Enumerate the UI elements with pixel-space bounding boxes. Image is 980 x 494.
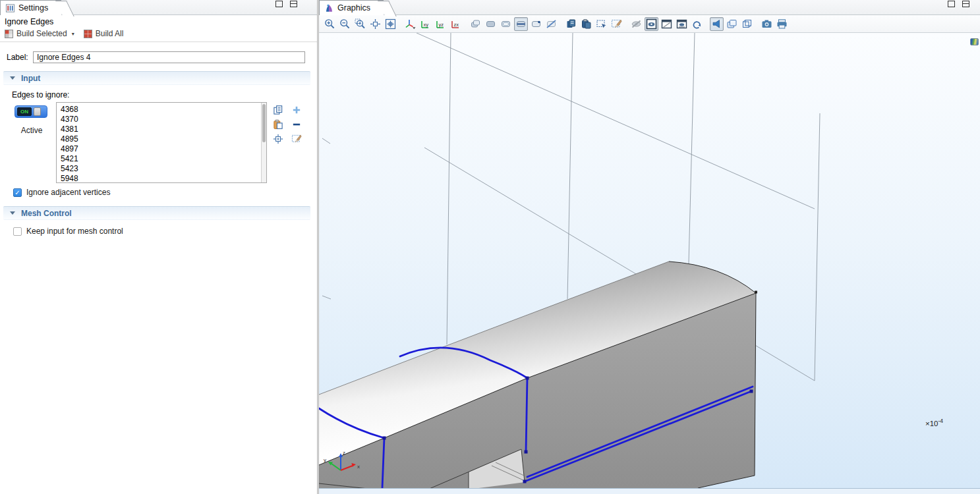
edge-number-item[interactable]: 5421 [61,154,261,164]
build-selected-button[interactable]: Build Selected ▾ [5,29,74,38]
reset-hiding-icon[interactable] [690,17,704,31]
build-all-button[interactable]: Build All [84,29,124,38]
select-boundary-icon[interactable] [499,17,513,31]
graphics-tabstrip: Graphics [319,0,980,15]
select-point-icon[interactable] [529,17,543,31]
ignore-adjacent-vertices-label: Ignore adjacent vertices [26,188,110,197]
select-domain-icon[interactable] [484,17,498,31]
deselect-icon[interactable] [544,17,558,31]
toolbar-group: xyyzzx [403,17,463,31]
maximize-window-button[interactable] [290,1,297,7]
graphics-viewport[interactable]: z y x ×10-4 [319,33,980,488]
section-header-mesh-control[interactable]: Mesh Control [3,206,310,219]
toolbar-group [629,17,704,31]
toolbar-group [564,17,623,31]
select-edge-icon[interactable] [514,17,528,31]
copy-list-button[interactable] [272,103,285,117]
divider-line [0,41,317,42]
settings-panel: Settings Ignore Edges Build Selected ▾ B… [0,0,317,494]
node-title: Ignore Edges [5,17,53,26]
edge-number-item[interactable]: 4368 [61,105,261,115]
zoom-extents-icon[interactable] [368,17,382,31]
zoom-to-fit-icon[interactable] [384,17,397,31]
3d-scene[interactable]: z y x [319,33,980,488]
edges-items: 43684370438148954897542154235948 [57,103,261,182]
float-window-button[interactable] [275,1,283,7]
print-icon[interactable] [775,17,789,31]
keep-input-mesh-control-checkbox[interactable] [13,227,22,236]
edge-number-item[interactable]: 4897 [61,144,261,154]
snapshot-icon[interactable] [760,17,774,31]
edge-number-item[interactable]: 5948 [61,174,261,182]
select-object-icon[interactable] [469,17,482,31]
graphics-panel: Graphics xyyzzx [319,0,980,494]
selection-list-buttons [272,103,306,147]
label-field-caption: Label: [7,53,33,62]
add-to-selection-button[interactable] [290,103,303,117]
active-toggle-label: Active [14,126,49,135]
edges-to-ignore-label: Edges to ignore: [12,90,69,99]
zoom-box-icon[interactable] [353,17,367,31]
show-objects-icon[interactable] [675,17,689,31]
ignore-adjacent-vertices-checkbox[interactable]: ✓ [13,188,22,197]
toolbar-group [760,17,789,31]
viewport-bottom-strip [319,488,980,494]
edge-number-item[interactable]: 5423 [61,164,261,174]
paste-list-button[interactable] [272,118,285,131]
build-all-icon [84,30,92,38]
clear-selection-button[interactable] [290,132,303,146]
svg-text:yz: yz [439,21,444,27]
axis-label-y: y [324,457,326,463]
corner-vertex-marker [755,291,757,294]
hide-objects-icon[interactable] [660,17,674,31]
svg-text:zx: zx [454,21,459,27]
toolbar-group [323,17,397,31]
collapse-triangle-icon[interactable] [10,76,15,80]
build-selected-label: Build Selected [16,29,67,38]
build-selected-caret-icon[interactable]: ▾ [72,31,74,37]
edge-number-item[interactable]: 4370 [61,115,261,124]
edges-list[interactable]: 43684370438148954897542154235948 [56,102,267,183]
edges-list-scrollbar-thumb[interactable] [262,104,266,142]
hide-entities-icon[interactable] [629,17,643,31]
section-header-input[interactable]: Input [3,71,310,84]
build-all-label: Build All [96,29,124,38]
active-toggle[interactable]: ON [14,105,47,118]
view-yz-plane-icon[interactable]: yz [434,17,447,31]
select-box-icon[interactable] [594,17,608,31]
tab-graphics[interactable]: Graphics [319,0,384,15]
label-input[interactable] [33,51,305,63]
graphics-tab-label: Graphics [337,3,370,13]
maximize-window-button[interactable] [962,1,969,7]
collapse-triangle-icon[interactable] [10,211,15,215]
edge-number-item[interactable]: 4895 [61,134,261,144]
axis-label-x: x [357,464,360,470]
zoom-to-selection-button[interactable] [272,132,285,146]
view-xy-plane-icon[interactable]: xy [418,17,432,31]
view-zx-plane-icon[interactable]: zx [449,17,463,31]
zoom-out-icon[interactable] [338,17,352,31]
build-selected-icon [5,30,13,38]
tab-settings[interactable]: Settings [0,0,61,15]
svg-text:xy: xy [424,21,429,27]
toolbar-group [710,17,754,31]
default-3d-view-icon[interactable] [403,17,417,31]
remove-from-selection-button[interactable] [290,118,303,131]
paste-selection-icon[interactable] [579,17,593,31]
input-section-title: Input [21,74,40,83]
edge-number-item[interactable]: 4381 [61,124,261,134]
view-hidden-icon[interactable] [645,17,658,31]
scene-light-icon[interactable] [725,17,739,31]
zoom-in-icon[interactable] [323,17,337,31]
mesh-control-section-title: Mesh Control [21,209,72,218]
edges-list-scrollbar[interactable] [261,103,266,182]
go-to-default-view-icon[interactable] [710,17,724,31]
clear-selection-icon[interactable] [610,17,623,31]
float-window-button[interactable] [948,1,955,7]
transparency-icon[interactable] [740,17,754,31]
graphics-icon [324,3,334,13]
plot-context-icon[interactable] [970,38,979,45]
toggle-knob[interactable] [34,107,41,116]
axis-scale-label: ×10-4 [925,418,943,427]
copy-selection-icon[interactable] [564,17,578,31]
